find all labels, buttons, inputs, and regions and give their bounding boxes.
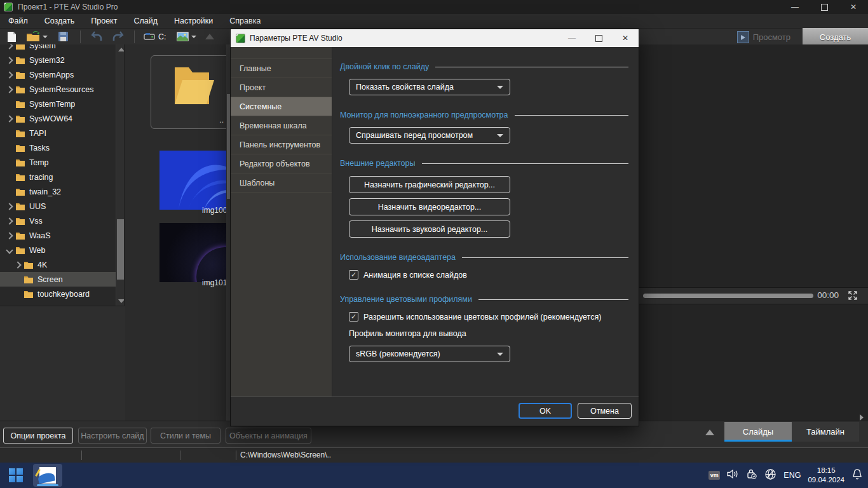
section-rule [478,299,628,300]
image-picker[interactable] [177,29,196,44]
open-folder-icon[interactable] [23,29,51,44]
tree-item-web[interactable]: Web [0,243,116,257]
assign-editor-button[interactable]: Назначить графический редактор... [349,176,510,193]
new-document-icon[interactable] [0,29,23,44]
chevron-right-icon[interactable] [5,204,14,209]
chevron-right-icon[interactable] [5,233,14,238]
cancel-button[interactable]: Отмена [578,403,632,419]
chevron-right-icon[interactable] [5,116,14,121]
expand-side-icon[interactable] [860,414,864,421]
menu-item[interactable]: Проект [83,14,125,28]
tree-item-4k[interactable]: 4K [0,257,116,272]
tree-item-screen[interactable]: Screen [0,272,116,287]
assign-editor-button[interactable]: Назначить звуковой редактор... [349,220,510,238]
tree-item-systemtemp[interactable]: SystemTemp [0,97,116,111]
folder-icon [15,144,25,152]
close-icon[interactable]: ✕ [839,0,868,14]
tree-item-system32[interactable]: System32 [0,53,116,67]
dialog-tab-главные[interactable]: Главные [231,58,332,78]
tree-item-waas[interactable]: WaaS [0,228,116,243]
volume-icon[interactable] [727,469,739,482]
parent-folder-tile[interactable]: .. [151,55,232,129]
create-button[interactable]: Создать [803,28,868,46]
tree-item-vss[interactable]: Vss [0,214,116,228]
tree-item-label: Web [29,246,45,255]
tree-item-tasks[interactable]: Tasks [0,140,116,155]
settings-dropdown[interactable]: Спрашивать перед просмотром [349,127,510,144]
seek-bar[interactable] [643,294,813,298]
tree-item-touchkeyboard[interactable]: touchkeyboard [0,287,116,301]
scroll-down-icon[interactable] [118,299,125,303]
notifications-bell-icon[interactable] [851,468,863,483]
redo-icon[interactable] [107,29,129,44]
undo-icon[interactable] [86,29,107,44]
tree-item-uus[interactable]: UUS [0,199,116,214]
tree-item-system[interactable]: System [0,44,116,53]
window-controls: — ✕ [780,0,868,14]
chevron-right-icon[interactable] [5,87,14,92]
color-profiles-checkbox[interactable]: ✓Разрешить использование цветовых профил… [349,312,628,322]
dialog-maximize-icon[interactable] [585,29,612,47]
save-icon[interactable] [51,29,75,44]
vm-tray-icon[interactable]: vm [709,471,720,480]
tree-item-syswow64[interactable]: SysWOW64 [0,111,116,126]
checkbox-icon[interactable]: ✓ [349,312,358,322]
tab-timeline[interactable]: Таймлайн [792,422,859,442]
settings-dropdown[interactable]: Показать свойства слайда [349,79,510,95]
dialog-tab-проект[interactable]: Проект [231,78,332,97]
tree-item-systemresources[interactable]: SystemResources [0,82,116,97]
monitor-profile-dropdown[interactable]: sRGB (рекомендуется) [349,346,510,362]
tree-item-tapi[interactable]: TAPI [0,126,116,140]
maximize-icon[interactable] [810,0,839,14]
preview-button[interactable]: Просмотр [737,31,790,43]
tree-item-systemapps[interactable]: SystemApps [0,67,116,82]
image-picker-caret-icon[interactable] [191,36,196,38]
chevron-right-icon[interactable] [5,72,14,78]
up-arrow-icon[interactable] [205,34,214,39]
checkbox-icon[interactable]: ✓ [349,270,358,280]
section-header: Двойной клик по слайду [340,62,628,71]
dialog-tab-системные[interactable]: Системные [231,97,332,116]
chevron-right-icon[interactable] [13,262,22,268]
dialog-tab-редактор-объектов[interactable]: Редактор объектов [231,154,332,173]
dialog-tab-шаблоны[interactable]: Шаблоны [231,173,332,193]
tree-item-tracing[interactable]: tracing [0,170,116,184]
start-button[interactable] [9,468,23,482]
animation-checkbox[interactable]: ✓Анимация в списке слайдов [349,270,628,280]
menu-item[interactable]: Файл [0,14,36,28]
chevron-right-icon[interactable] [5,58,14,63]
tree-item-twain_32[interactable]: twain_32 [0,184,116,199]
tree-item-temp[interactable]: Temp [0,155,116,170]
scroll-up-icon[interactable] [118,48,125,51]
panel-button-4: Объекты и анимация [226,428,311,444]
menu-item[interactable]: Слайд [125,14,166,28]
menu-item[interactable]: Настройки [166,14,221,28]
collapse-panel-icon[interactable] [705,430,714,435]
menu-item[interactable]: Создать [36,14,83,28]
chevron-right-icon[interactable] [5,44,14,48]
dialog-tab-временная-шкала[interactable]: Временная шкала [231,116,332,135]
taskbar-app-pte[interactable] [33,464,62,487]
clock[interactable]: 18:15 09.04.2024 [808,466,844,485]
dialog-tab-панель-инструментов[interactable]: Панель инструментов [231,135,332,154]
scrollbar-thumb[interactable] [117,219,125,280]
ok-button[interactable]: OK [519,403,572,419]
chevron-down-icon[interactable] [5,248,14,253]
drive-selector[interactable]: C: [144,29,166,44]
tree-item-label: SysWOW64 [29,114,72,123]
minimize-icon[interactable]: — [780,0,810,14]
tree-scrollbar[interactable] [116,44,125,306]
tab-slides[interactable]: Слайды [724,422,792,442]
file-thumbnail-img100[interactable] [159,151,236,210]
file-thumbnail-img101[interactable] [159,223,236,282]
menu-item[interactable]: Справка [221,14,269,28]
security-icon[interactable] [746,468,757,482]
fullscreen-icon[interactable] [848,290,858,303]
dialog-close-icon[interactable]: ✕ [612,29,639,47]
assign-editor-button[interactable]: Назначить видеоредактор... [349,198,510,215]
network-globe-icon[interactable] [764,468,776,483]
language-indicator[interactable]: ENG [783,471,801,480]
chevron-right-icon[interactable] [5,219,14,224]
panel-button-1[interactable]: Опции проекта [3,428,73,444]
open-folder-caret-icon[interactable] [43,36,48,38]
